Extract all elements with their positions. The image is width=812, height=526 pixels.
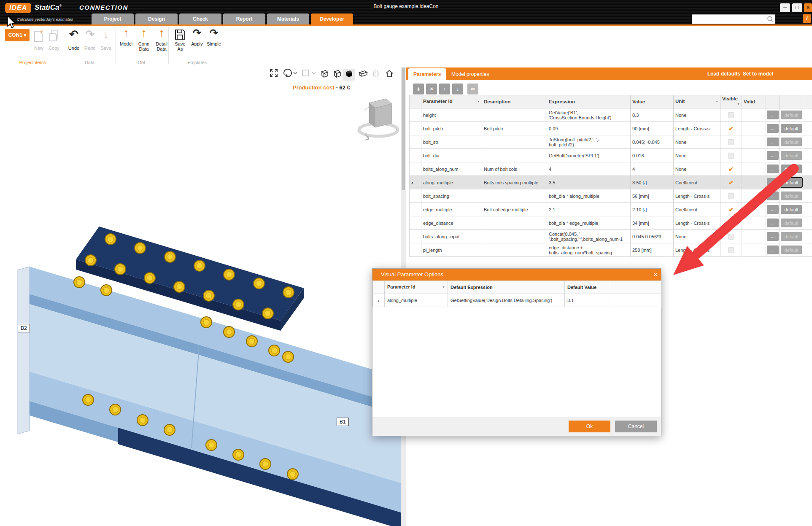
default-button[interactable]: default	[781, 151, 802, 160]
col-unit[interactable]: Unit▼	[674, 95, 720, 108]
add-parameter-button[interactable]: +	[413, 84, 424, 94]
visible-checkbox[interactable]: ✔	[720, 203, 742, 216]
filter-icon[interactable]: ▼	[477, 99, 480, 105]
apply-icon[interactable]: ↷	[190, 27, 204, 39]
save-as-icon[interactable]	[173, 29, 187, 42]
set-to-model-button[interactable]: Set to model	[743, 67, 810, 80]
load-defaults-button[interactable]: Load defaults	[707, 67, 740, 80]
move-down-button[interactable]: ↓	[452, 84, 463, 94]
default-button[interactable]: default	[781, 218, 802, 227]
visible-checkbox[interactable]: ✔	[720, 162, 742, 176]
default-button[interactable]: default	[781, 245, 802, 254]
param-row-bolt-str[interactable]: ›bolt_strToString(bolt_pitch/2,'; ',- bo…	[410, 135, 812, 149]
default-button[interactable]: default	[781, 232, 802, 241]
model-icon[interactable]: ↑	[119, 27, 133, 38]
default-button[interactable]: default	[781, 205, 802, 214]
delete-parameter-button[interactable]: ×	[426, 84, 437, 94]
simple-icon[interactable]: ↷	[207, 27, 221, 39]
visible-checkbox[interactable]: ✔	[720, 189, 742, 203]
close-button[interactable]: ×	[804, 3, 812, 12]
param-row-along-multiple[interactable]: ›along_multipleBolts cols spacing multip…	[410, 176, 812, 189]
tab-report[interactable]: Report	[223, 13, 265, 24]
more-button[interactable]: ...	[767, 124, 779, 133]
wireframe-view-icon[interactable]	[318, 69, 331, 81]
ok-button[interactable]: Ok	[569, 421, 610, 432]
default-button-along-multiple[interactable]: default	[781, 178, 802, 187]
param-row-bolts-along-input[interactable]: ›bolts_along_inputConcat(0.045, ' ',bolt…	[410, 230, 812, 243]
more-button[interactable]: ...	[767, 218, 779, 227]
col-default-value[interactable]: Default Value	[565, 281, 609, 294]
tab-parameters[interactable]: Parameters	[408, 68, 446, 80]
more-button[interactable]: ...	[767, 111, 779, 119]
param-row-bolts-along-num[interactable]: ›bolts_along_numNum of bolt cols44None✔.…	[410, 162, 812, 176]
visible-checkbox[interactable]: ✔	[720, 230, 742, 243]
project-item-selector[interactable]: CON1 ▾	[5, 29, 30, 41]
col-value[interactable]: Value	[631, 95, 674, 108]
cancel-button[interactable]: Cancel	[615, 421, 657, 432]
dialog-row-along-multiple[interactable]: › along_multiple GetSettingValue('Design…	[373, 294, 661, 307]
orbit-icon[interactable]	[281, 69, 299, 81]
redo-icon[interactable]: ↷	[83, 28, 97, 41]
move-up-button[interactable]: ↑	[439, 84, 450, 94]
default-button[interactable]: default	[781, 165, 802, 173]
minimize-button[interactable]: ─	[780, 3, 790, 12]
copy-icon[interactable]	[47, 30, 61, 44]
col-expression[interactable]: Expression	[547, 95, 631, 108]
zoom-extents-icon[interactable]	[267, 69, 280, 81]
col-parameter-id[interactable]: Parameter Id▼	[421, 95, 482, 108]
save-icon[interactable]: ↓	[99, 28, 113, 41]
visible-checkbox[interactable]: ✔	[720, 243, 742, 257]
filter-icon[interactable]: ▼	[715, 99, 718, 105]
default-button[interactable]: default	[781, 138, 802, 146]
search-input[interactable]	[694, 15, 766, 23]
visible-checkbox[interactable]: ✔	[720, 122, 742, 135]
param-row-edge-multiple[interactable]: ›edge_multipleBolt col edge multiple2.12…	[410, 203, 812, 216]
section-view-icon[interactable]	[357, 69, 370, 81]
param-row-bolt-pitch[interactable]: ›bolt_pitchBolt pitch0.0990 [mm]Length -…	[410, 122, 812, 135]
param-row-height[interactable]: ›heightGetValue('B1', 'CrossSection.Boun…	[410, 108, 812, 122]
param-row-pl-length[interactable]: ›pl_lengthedge_distance + bolts_along_nu…	[410, 243, 812, 257]
tab-developer[interactable]: Developer	[311, 13, 353, 24]
tab-design[interactable]: Design	[135, 13, 178, 24]
visible-checkbox[interactable]: ✔	[720, 149, 742, 162]
filter-icon[interactable]: ▼	[442, 284, 445, 290]
more-button[interactable]: ...	[767, 192, 779, 200]
maximize-button[interactable]: □	[792, 3, 802, 12]
default-button[interactable]: default	[781, 192, 802, 200]
visible-checkbox[interactable]: ✔	[720, 216, 742, 230]
info-button[interactable]: i	[803, 14, 811, 23]
default-button[interactable]: default	[781, 111, 802, 119]
link-parameter-button[interactable]: ∞	[467, 84, 478, 94]
undo-icon[interactable]: ↶	[67, 28, 81, 41]
home-view-icon[interactable]	[383, 69, 396, 81]
visible-checkbox[interactable]: ✔	[720, 108, 742, 122]
hidden-edges-view-icon[interactable]	[331, 69, 343, 81]
tab-project[interactable]: Project	[92, 13, 134, 24]
section-select-icon[interactable]	[299, 69, 317, 81]
default-button[interactable]: default	[781, 124, 802, 133]
col-description[interactable]: Description	[482, 95, 547, 108]
viewport-3d[interactable]: Production cost - 62 € B2 B1	[0, 67, 401, 526]
more-button[interactable]: ...	[767, 205, 779, 214]
new-icon[interactable]	[32, 30, 46, 44]
tab-materials[interactable]: Materials	[267, 13, 309, 24]
more-button[interactable]: ...	[767, 178, 779, 187]
tab-check[interactable]: Check	[179, 13, 221, 24]
visible-checkbox[interactable]: ✔	[720, 176, 742, 189]
param-row-bolt-spacing[interactable]: ›bolt_spacingbolt_dia * along_multiple56…	[410, 189, 812, 203]
param-row-bolt-dia[interactable]: ›bolt_diaGetBoltDiameter('SPL1')0.016Non…	[410, 149, 812, 162]
more-button[interactable]: ...	[767, 138, 779, 146]
dialog-title-bar[interactable]: Visual Parameter Options ×	[372, 269, 661, 281]
col-parameter-id[interactable]: Parameter Id▼	[385, 281, 448, 294]
conn-data-icon[interactable]: ↑	[137, 27, 151, 38]
visible-checkbox[interactable]: ✔	[720, 135, 742, 149]
col-default-expression[interactable]: Default Expression	[448, 281, 565, 294]
filter-icon[interactable]: ▼	[737, 101, 740, 107]
more-button[interactable]: ...	[767, 245, 779, 254]
param-row-edge-distance[interactable]: ›edge_distancebolt_dia * edge_multiple34…	[410, 216, 812, 230]
more-button[interactable]: ...	[767, 232, 779, 241]
mirror-view-icon[interactable]	[370, 69, 382, 81]
more-button[interactable]: ...	[767, 165, 779, 173]
tab-model-properties[interactable]: Model properties	[446, 68, 494, 80]
dialog-close-icon[interactable]: ×	[654, 269, 658, 281]
